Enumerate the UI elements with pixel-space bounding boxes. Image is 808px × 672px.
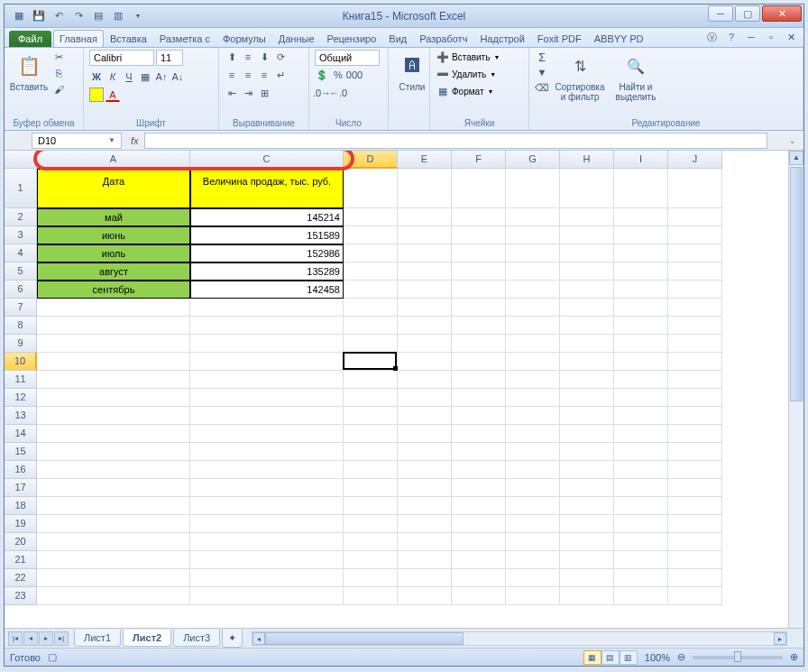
format-painter-icon[interactable]: 🖌 bbox=[51, 82, 66, 97]
cell-F9[interactable] bbox=[452, 335, 506, 353]
styles-button[interactable]: 🅰 Стили bbox=[394, 50, 430, 94]
cell-J14[interactable] bbox=[668, 425, 722, 443]
ribbon-tab-надстрой[interactable]: Надстрой bbox=[473, 30, 530, 47]
cell-A19[interactable] bbox=[37, 515, 190, 533]
increase-decimal-icon[interactable]: .0→ bbox=[315, 86, 329, 100]
align-right-icon[interactable]: ≡ bbox=[257, 68, 271, 82]
align-bottom-icon[interactable]: ⬇ bbox=[257, 50, 271, 64]
cell-E1[interactable] bbox=[398, 169, 452, 208]
bold-button[interactable]: Ж bbox=[89, 69, 104, 84]
cell-I5[interactable] bbox=[614, 262, 668, 281]
cell-C8[interactable] bbox=[190, 317, 344, 335]
cell-J7[interactable] bbox=[668, 299, 722, 317]
cell-D20[interactable] bbox=[344, 533, 398, 551]
doc-restore-icon[interactable]: ▫ bbox=[764, 30, 778, 44]
row-header-10[interactable]: 10 bbox=[5, 353, 37, 371]
row-header-7[interactable]: 7 bbox=[5, 299, 37, 317]
formula-input[interactable] bbox=[144, 133, 767, 149]
cell-C23[interactable] bbox=[190, 587, 344, 605]
qat-dropdown-icon[interactable]: ▼ bbox=[131, 9, 145, 23]
ribbon-tab-рецензиро[interactable]: Рецензиро bbox=[321, 30, 383, 47]
cell-E2[interactable] bbox=[398, 208, 452, 226]
cell-F21[interactable] bbox=[452, 551, 506, 569]
cell-E9[interactable] bbox=[398, 335, 452, 353]
scroll-left-icon[interactable]: ◂ bbox=[252, 632, 265, 645]
cell-A23[interactable] bbox=[37, 587, 190, 605]
cell-J8[interactable] bbox=[668, 317, 722, 335]
cell-D1[interactable] bbox=[344, 169, 398, 208]
cell-I20[interactable] bbox=[614, 533, 668, 551]
align-middle-icon[interactable]: ≡ bbox=[241, 50, 255, 64]
cell-A14[interactable] bbox=[37, 425, 190, 443]
cell-F16[interactable] bbox=[452, 461, 506, 479]
cell-J4[interactable] bbox=[668, 244, 722, 262]
doc-close-icon[interactable]: ✕ bbox=[784, 30, 798, 44]
cell-C5[interactable]: 135289 bbox=[190, 262, 344, 281]
cell-I23[interactable] bbox=[614, 587, 668, 605]
align-top-icon[interactable]: ⬆ bbox=[225, 50, 239, 64]
cell-D17[interactable] bbox=[344, 479, 398, 497]
cell-A20[interactable] bbox=[37, 533, 190, 551]
cell-J6[interactable] bbox=[668, 281, 722, 299]
row-header-12[interactable]: 12 bbox=[5, 389, 37, 407]
row-header-2[interactable]: 2 bbox=[5, 208, 37, 226]
ribbon-tab-разработч[interactable]: Разработч bbox=[413, 30, 473, 47]
cell-I21[interactable] bbox=[614, 551, 668, 569]
cell-F17[interactable] bbox=[452, 479, 506, 497]
row-header-5[interactable]: 5 bbox=[5, 262, 37, 281]
fill-color-button[interactable] bbox=[89, 87, 104, 102]
cell-J2[interactable] bbox=[668, 208, 722, 226]
cell-A6[interactable]: сентябрь bbox=[37, 281, 190, 299]
cell-I11[interactable] bbox=[614, 371, 668, 389]
horizontal-scrollbar[interactable]: ◂ ▸ bbox=[252, 631, 787, 646]
cell-G3[interactable] bbox=[506, 226, 560, 244]
cell-G18[interactable] bbox=[506, 497, 560, 515]
cell-F4[interactable] bbox=[452, 244, 506, 262]
cell-C18[interactable] bbox=[190, 497, 344, 515]
cell-H16[interactable] bbox=[560, 461, 614, 479]
scroll-right-icon[interactable]: ▸ bbox=[774, 632, 786, 645]
cell-J22[interactable] bbox=[668, 569, 722, 587]
cell-G14[interactable] bbox=[506, 425, 560, 443]
cell-G8[interactable] bbox=[506, 317, 560, 335]
cell-J18[interactable] bbox=[668, 497, 722, 515]
cell-A15[interactable] bbox=[37, 443, 190, 461]
cell-G5[interactable] bbox=[506, 262, 560, 281]
cell-G2[interactable] bbox=[506, 208, 560, 226]
cell-C13[interactable] bbox=[190, 407, 344, 425]
number-format-combo[interactable]: Общий bbox=[315, 50, 380, 66]
cell-F13[interactable] bbox=[452, 407, 506, 425]
cell-A10[interactable] bbox=[37, 353, 190, 371]
cell-H7[interactable] bbox=[560, 299, 614, 317]
percent-icon[interactable]: % bbox=[331, 68, 345, 82]
merge-button[interactable]: ⊞ bbox=[257, 86, 271, 100]
cell-G15[interactable] bbox=[506, 443, 560, 461]
cell-E7[interactable] bbox=[398, 299, 452, 317]
ribbon-tab-вид[interactable]: Вид bbox=[382, 30, 413, 47]
cell-F15[interactable] bbox=[452, 443, 506, 461]
cell-D21[interactable] bbox=[344, 551, 398, 569]
cell-J11[interactable] bbox=[668, 371, 722, 389]
cell-D12[interactable] bbox=[344, 389, 398, 407]
cell-J1[interactable] bbox=[668, 169, 722, 208]
cell-J3[interactable] bbox=[668, 226, 722, 244]
cell-H23[interactable] bbox=[560, 587, 614, 605]
cell-C16[interactable] bbox=[190, 461, 344, 479]
cell-I3[interactable] bbox=[614, 226, 668, 244]
italic-button[interactable]: К bbox=[106, 69, 120, 84]
row-header-19[interactable]: 19 bbox=[5, 515, 37, 533]
cell-E12[interactable] bbox=[398, 389, 452, 407]
cell-J23[interactable] bbox=[668, 587, 722, 605]
cell-J5[interactable] bbox=[668, 262, 722, 281]
undo-icon[interactable]: ↶ bbox=[51, 9, 66, 23]
sheet-tab-Лист1[interactable]: Лист1 bbox=[74, 630, 121, 647]
column-header-E[interactable]: E bbox=[398, 151, 452, 169]
cell-A3[interactable]: июнь bbox=[37, 226, 190, 244]
cell-G23[interactable] bbox=[506, 587, 560, 605]
page-break-view-button[interactable]: ▥ bbox=[620, 650, 638, 665]
cell-C3[interactable]: 151589 bbox=[190, 226, 344, 244]
cell-G19[interactable] bbox=[506, 515, 560, 533]
sort-filter-button[interactable]: ⇅ Сортировка и фильтр bbox=[553, 50, 607, 104]
cell-D2[interactable] bbox=[344, 208, 398, 226]
column-header-D[interactable]: D bbox=[344, 151, 398, 169]
